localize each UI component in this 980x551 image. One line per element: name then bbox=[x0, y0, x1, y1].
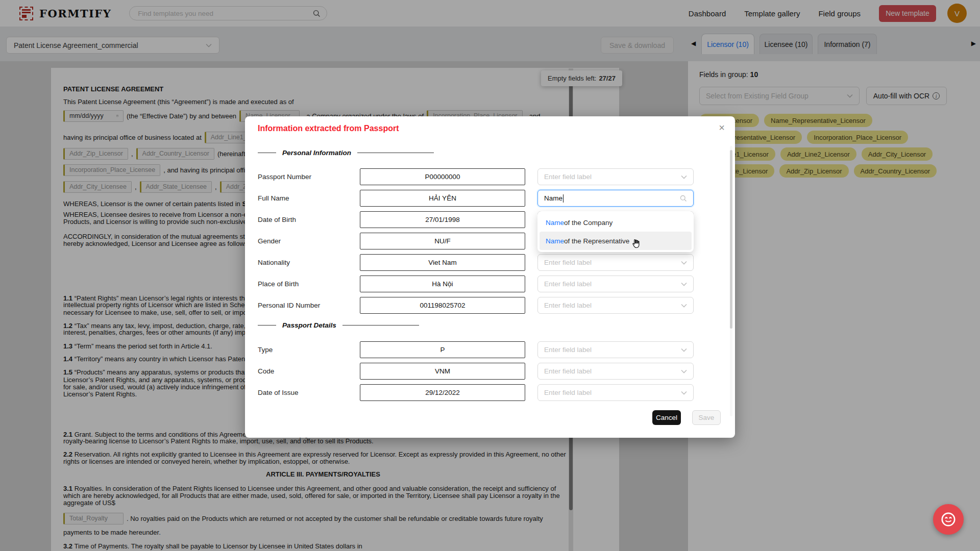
select-placeholder: Enter field label bbox=[544, 259, 592, 266]
field-label-dropdown: Name of the CompanyName of the Represent… bbox=[537, 211, 694, 252]
chevron-down-icon bbox=[681, 348, 687, 352]
extracted-value-input[interactable]: Viet Nam bbox=[360, 254, 525, 271]
field-label-select[interactable]: Enter field label bbox=[537, 297, 694, 314]
passport-info-modal: Information extracted from Passport × Pe… bbox=[245, 116, 735, 438]
extracted-value-input[interactable]: P00000000 bbox=[360, 168, 525, 185]
chevron-down-icon bbox=[681, 391, 687, 395]
chevron-down-icon bbox=[681, 304, 687, 308]
select-placeholder: Enter field label bbox=[544, 173, 592, 181]
search-icon bbox=[680, 195, 687, 202]
matched-text: Name bbox=[546, 219, 564, 227]
cancel-button[interactable]: Cancel bbox=[652, 410, 681, 425]
field-label-select[interactable]: Enter field label bbox=[537, 341, 694, 358]
chat-fab-button[interactable] bbox=[933, 504, 964, 535]
chevron-down-icon bbox=[681, 175, 687, 179]
modal-field-label: Place of Birth bbox=[258, 280, 299, 288]
modal-field-label: Passport Number bbox=[258, 173, 311, 181]
combobox-value: Name bbox=[544, 194, 562, 202]
smiley-icon bbox=[940, 511, 957, 528]
modal-title: Information extracted from Passport bbox=[258, 124, 399, 133]
field-label-select[interactable]: Enter field label bbox=[537, 384, 694, 401]
extracted-value-input[interactable]: HẢI YÊN bbox=[360, 190, 525, 207]
modal-field-label: Full Name bbox=[258, 194, 289, 202]
dropdown-option[interactable]: Name of the Representative bbox=[540, 232, 692, 250]
select-placeholder: Enter field label bbox=[544, 280, 592, 288]
select-placeholder: Enter field label bbox=[544, 367, 592, 375]
app-window: FORMTIFY Find templates you need Dashboa… bbox=[0, 0, 980, 551]
extracted-value-input[interactable]: P bbox=[360, 341, 525, 358]
section-personal-information: Personal Information bbox=[258, 149, 434, 157]
modal-scrollbar-thumb[interactable] bbox=[730, 150, 732, 329]
extracted-value-input[interactable]: NU/F bbox=[360, 233, 525, 249]
section-passport-details: Passport Details bbox=[258, 321, 419, 329]
modal-field-label: Date of Issue bbox=[258, 389, 299, 396]
chevron-down-icon bbox=[681, 282, 687, 286]
extracted-value-input[interactable]: VNM bbox=[360, 363, 525, 380]
modal-field-label: Gender bbox=[258, 237, 281, 245]
select-placeholder: Enter field label bbox=[544, 302, 592, 309]
option-text: of the Representative bbox=[564, 237, 629, 245]
hand-cursor-icon bbox=[632, 239, 640, 248]
extracted-value-input[interactable]: 29/12/2022 bbox=[360, 384, 525, 401]
extracted-value-input[interactable]: 27/01/1998 bbox=[360, 211, 525, 228]
select-placeholder: Enter field label bbox=[544, 346, 592, 354]
field-label-select[interactable]: Enter field label bbox=[537, 168, 694, 185]
modal-field-label: Date of Birth bbox=[258, 216, 296, 223]
modal-field-label: Personal ID Number bbox=[258, 302, 320, 309]
chevron-down-icon bbox=[681, 369, 687, 373]
modal-scrollbar[interactable] bbox=[730, 146, 732, 416]
modal-field-label: Code bbox=[258, 367, 274, 375]
modal-field-label: Type bbox=[258, 346, 273, 354]
matched-text: Name bbox=[546, 237, 564, 245]
select-placeholder: Enter field label bbox=[544, 389, 592, 396]
dropdown-option[interactable]: Name of the Company bbox=[540, 213, 692, 232]
field-label-combobox[interactable]: Name bbox=[537, 190, 694, 207]
option-text: of the Company bbox=[564, 219, 612, 227]
modal-field-label: Nationality bbox=[258, 259, 290, 266]
extracted-value-input[interactable]: Hà Nội bbox=[360, 276, 525, 292]
text-caret bbox=[563, 194, 564, 203]
extracted-value-input[interactable]: 001198025702 bbox=[360, 297, 525, 314]
modal-footer: Cancel Save bbox=[652, 410, 721, 425]
save-button[interactable]: Save bbox=[692, 410, 721, 425]
field-label-select[interactable]: Enter field label bbox=[537, 363, 694, 380]
field-label-select[interactable]: Enter field label bbox=[537, 276, 694, 292]
chevron-down-icon bbox=[681, 261, 687, 265]
field-label-select[interactable]: Enter field label bbox=[537, 254, 694, 271]
close-icon[interactable]: × bbox=[719, 122, 725, 133]
